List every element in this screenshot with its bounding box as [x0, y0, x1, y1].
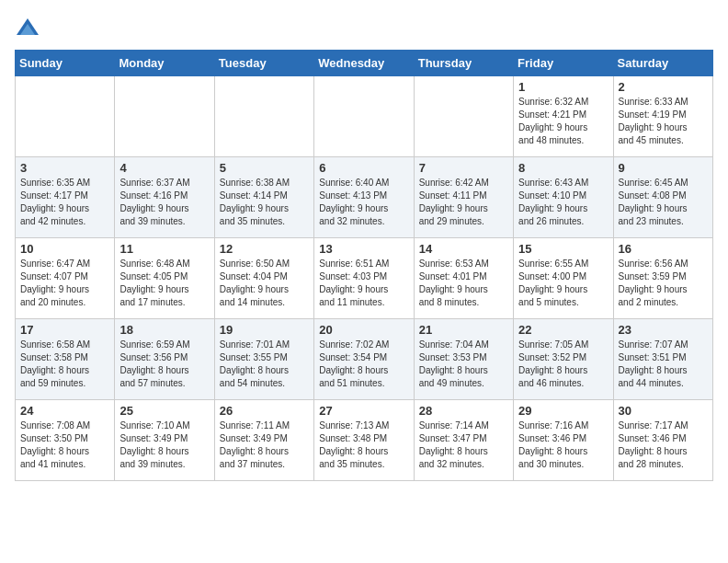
cell-info: Sunrise: 6:51 AM Sunset: 4:03 PM Dayligh…	[319, 258, 408, 309]
week-row-1: 1Sunrise: 6:32 AM Sunset: 4:21 PM Daylig…	[16, 76, 713, 157]
day-number: 26	[220, 404, 309, 418]
cell-info: Sunrise: 6:38 AM Sunset: 4:14 PM Dayligh…	[220, 177, 309, 228]
cell-info: Sunrise: 6:32 AM Sunset: 4:21 PM Dayligh…	[518, 96, 608, 147]
calendar-cell: 25Sunrise: 7:10 AM Sunset: 3:49 PM Dayli…	[115, 400, 214, 481]
calendar-cell: 20Sunrise: 7:02 AM Sunset: 3:54 PM Dayli…	[314, 319, 414, 400]
cell-info: Sunrise: 6:40 AM Sunset: 4:13 PM Dayligh…	[319, 177, 408, 228]
weekday-header-sunday: Sunday	[16, 51, 115, 76]
weekday-header-row: SundayMondayTuesdayWednesdayThursdayFrid…	[16, 51, 713, 76]
cell-info: Sunrise: 7:01 AM Sunset: 3:55 PM Dayligh…	[220, 339, 309, 390]
day-number: 1	[518, 80, 608, 94]
calendar-cell: 28Sunrise: 7:14 AM Sunset: 3:47 PM Dayli…	[414, 400, 513, 481]
calendar-cell: 1Sunrise: 6:32 AM Sunset: 4:21 PM Daylig…	[514, 76, 613, 157]
calendar-cell	[414, 76, 513, 157]
day-number: 15	[518, 242, 608, 256]
calendar-cell: 4Sunrise: 6:37 AM Sunset: 4:16 PM Daylig…	[115, 157, 214, 238]
cell-info: Sunrise: 7:16 AM Sunset: 3:46 PM Dayligh…	[518, 419, 608, 471]
calendar-cell: 15Sunrise: 6:55 AM Sunset: 4:00 PM Dayli…	[514, 238, 613, 319]
cell-info: Sunrise: 6:35 AM Sunset: 4:17 PM Dayligh…	[20, 177, 109, 228]
day-number: 12	[220, 242, 309, 256]
weekday-header-thursday: Thursday	[414, 51, 513, 76]
cell-info: Sunrise: 6:37 AM Sunset: 4:16 PM Dayligh…	[119, 177, 209, 228]
cell-info: Sunrise: 6:47 AM Sunset: 4:07 PM Dayligh…	[20, 258, 109, 309]
day-number: 14	[419, 242, 508, 256]
calendar-cell: 11Sunrise: 6:48 AM Sunset: 4:05 PM Dayli…	[115, 238, 214, 319]
day-number: 4	[119, 161, 209, 175]
cell-info: Sunrise: 7:05 AM Sunset: 3:52 PM Dayligh…	[518, 339, 608, 390]
week-row-5: 24Sunrise: 7:08 AM Sunset: 3:50 PM Dayli…	[16, 400, 713, 481]
calendar-cell: 10Sunrise: 6:47 AM Sunset: 4:07 PM Dayli…	[16, 238, 115, 319]
calendar-cell: 30Sunrise: 7:17 AM Sunset: 3:46 PM Dayli…	[613, 400, 712, 481]
cell-info: Sunrise: 6:55 AM Sunset: 4:00 PM Dayligh…	[518, 258, 608, 309]
cell-info: Sunrise: 6:53 AM Sunset: 4:01 PM Dayligh…	[419, 258, 508, 309]
calendar-cell: 23Sunrise: 7:07 AM Sunset: 3:51 PM Dayli…	[613, 319, 712, 400]
day-number: 8	[518, 161, 608, 175]
day-number: 16	[619, 242, 708, 256]
cell-info: Sunrise: 7:10 AM Sunset: 3:49 PM Dayligh…	[119, 419, 209, 471]
calendar-cell: 5Sunrise: 6:38 AM Sunset: 4:14 PM Daylig…	[214, 157, 313, 238]
day-number: 13	[319, 242, 408, 256]
calendar-cell: 29Sunrise: 7:16 AM Sunset: 3:46 PM Dayli…	[514, 400, 613, 481]
weekday-header-monday: Monday	[115, 51, 214, 76]
weekday-header-saturday: Saturday	[613, 51, 712, 76]
calendar-cell: 12Sunrise: 6:50 AM Sunset: 4:04 PM Dayli…	[214, 238, 313, 319]
cell-info: Sunrise: 6:42 AM Sunset: 4:11 PM Dayligh…	[419, 177, 508, 228]
calendar-cell	[115, 76, 214, 157]
cell-info: Sunrise: 7:07 AM Sunset: 3:51 PM Dayligh…	[619, 339, 708, 390]
calendar-cell: 9Sunrise: 6:45 AM Sunset: 4:08 PM Daylig…	[613, 157, 712, 238]
day-number: 5	[220, 161, 309, 175]
cell-info: Sunrise: 7:14 AM Sunset: 3:47 PM Dayligh…	[419, 419, 508, 471]
day-number: 19	[220, 323, 309, 337]
calendar-cell: 7Sunrise: 6:42 AM Sunset: 4:11 PM Daylig…	[414, 157, 513, 238]
cell-info: Sunrise: 7:04 AM Sunset: 3:53 PM Dayligh…	[419, 339, 508, 390]
calendar-cell	[16, 76, 115, 157]
calendar-cell: 14Sunrise: 6:53 AM Sunset: 4:01 PM Dayli…	[414, 238, 513, 319]
calendar-cell: 24Sunrise: 7:08 AM Sunset: 3:50 PM Dayli…	[16, 400, 115, 481]
weekday-header-friday: Friday	[514, 51, 613, 76]
day-number: 27	[319, 404, 408, 418]
weekday-header-wednesday: Wednesday	[314, 51, 414, 76]
week-row-3: 10Sunrise: 6:47 AM Sunset: 4:07 PM Dayli…	[16, 238, 713, 319]
day-number: 22	[518, 323, 608, 337]
cell-info: Sunrise: 6:59 AM Sunset: 3:56 PM Dayligh…	[119, 339, 209, 390]
calendar-cell: 27Sunrise: 7:13 AM Sunset: 3:48 PM Dayli…	[314, 400, 414, 481]
week-row-4: 17Sunrise: 6:58 AM Sunset: 3:58 PM Dayli…	[16, 319, 713, 400]
calendar-cell	[314, 76, 414, 157]
day-number: 18	[119, 323, 209, 337]
calendar-cell: 17Sunrise: 6:58 AM Sunset: 3:58 PM Dayli…	[16, 319, 115, 400]
cell-info: Sunrise: 6:45 AM Sunset: 4:08 PM Dayligh…	[619, 177, 708, 228]
cell-info: Sunrise: 7:08 AM Sunset: 3:50 PM Dayligh…	[20, 419, 109, 471]
cell-info: Sunrise: 7:02 AM Sunset: 3:54 PM Dayligh…	[319, 339, 408, 390]
day-number: 30	[619, 404, 708, 418]
cell-info: Sunrise: 6:50 AM Sunset: 4:04 PM Dayligh…	[220, 258, 309, 309]
day-number: 23	[619, 323, 708, 337]
page-header	[15, 15, 713, 40]
cell-info: Sunrise: 6:58 AM Sunset: 3:58 PM Dayligh…	[20, 339, 109, 390]
day-number: 7	[419, 161, 508, 175]
calendar-cell: 26Sunrise: 7:11 AM Sunset: 3:49 PM Dayli…	[214, 400, 313, 481]
calendar-cell: 8Sunrise: 6:43 AM Sunset: 4:10 PM Daylig…	[514, 157, 613, 238]
calendar-table: SundayMondayTuesdayWednesdayThursdayFrid…	[15, 50, 713, 481]
day-number: 20	[319, 323, 408, 337]
weekday-header-tuesday: Tuesday	[214, 51, 313, 76]
day-number: 28	[419, 404, 508, 418]
cell-info: Sunrise: 7:11 AM Sunset: 3:49 PM Dayligh…	[220, 419, 309, 471]
day-number: 6	[319, 161, 408, 175]
cell-info: Sunrise: 7:17 AM Sunset: 3:46 PM Dayligh…	[619, 419, 708, 471]
day-number: 24	[20, 404, 109, 418]
day-number: 21	[419, 323, 508, 337]
cell-info: Sunrise: 6:56 AM Sunset: 3:59 PM Dayligh…	[619, 258, 708, 309]
day-number: 25	[119, 404, 209, 418]
calendar-cell: 19Sunrise: 7:01 AM Sunset: 3:55 PM Dayli…	[214, 319, 313, 400]
calendar-cell	[214, 76, 313, 157]
day-number: 3	[20, 161, 109, 175]
cell-info: Sunrise: 6:48 AM Sunset: 4:05 PM Dayligh…	[119, 258, 209, 309]
week-row-2: 3Sunrise: 6:35 AM Sunset: 4:17 PM Daylig…	[16, 157, 713, 238]
cell-info: Sunrise: 7:13 AM Sunset: 3:48 PM Dayligh…	[319, 419, 408, 471]
day-number: 11	[119, 242, 209, 256]
calendar-cell: 6Sunrise: 6:40 AM Sunset: 4:13 PM Daylig…	[314, 157, 414, 238]
calendar-cell: 18Sunrise: 6:59 AM Sunset: 3:56 PM Dayli…	[115, 319, 214, 400]
calendar-cell: 22Sunrise: 7:05 AM Sunset: 3:52 PM Dayli…	[514, 319, 613, 400]
calendar-cell: 2Sunrise: 6:33 AM Sunset: 4:19 PM Daylig…	[613, 76, 712, 157]
calendar-cell: 3Sunrise: 6:35 AM Sunset: 4:17 PM Daylig…	[16, 157, 115, 238]
